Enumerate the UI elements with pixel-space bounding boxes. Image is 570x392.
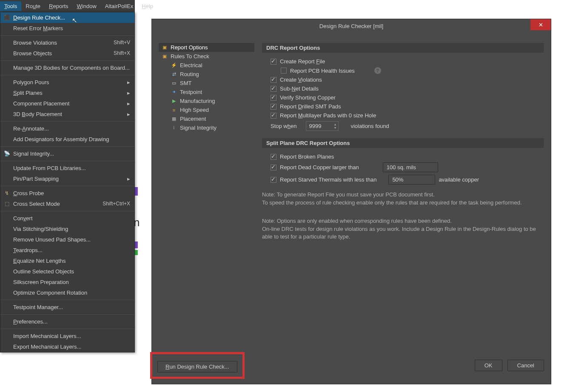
menu-item[interactable]: Add Designators for Assembly Drawing xyxy=(0,134,134,145)
menu-item[interactable]: ⬛Design Rule Check... xyxy=(0,12,134,23)
tree-rules-to-check[interactable]: ▣ Rules To Check xyxy=(159,52,254,61)
tree-item-placement[interactable]: ▦Placement xyxy=(168,114,254,123)
opt-report-starved[interactable]: Report Starved Thermals with less than a… xyxy=(262,173,544,186)
menu-item[interactable]: 📡Signal Integrity... xyxy=(0,148,134,159)
tree-item-testpoint[interactable]: ✦Testpoint xyxy=(168,88,254,97)
menu-item[interactable]: Export Mechanical Layers... xyxy=(0,341,134,352)
menu-item[interactable]: Reset Error Markers xyxy=(0,23,134,34)
menu-item[interactable]: Import Mechanical Layers... xyxy=(0,331,134,341)
menu-item[interactable]: Browse ObjectsShift+X xyxy=(0,48,134,59)
opt-create-violations[interactable]: Create Violations xyxy=(262,75,544,84)
tree-icon: ⇄ xyxy=(171,71,177,77)
run-label-text: un Design Rule Check... xyxy=(169,364,229,370)
menu-item-label: Preferences... xyxy=(13,318,48,325)
menu-item-label: Silkscreen Preparation xyxy=(13,278,69,286)
menu-item[interactable]: Via Stitching/Shielding xyxy=(0,224,134,234)
tree-label: Testpoint xyxy=(180,89,202,95)
menu-item[interactable]: Component Placement▸ xyxy=(0,98,134,109)
menu-item-label: Outline Selected Objects xyxy=(13,268,74,275)
menu-item[interactable]: Browse ViolationsShift+V xyxy=(0,37,134,48)
close-icon: ✕ xyxy=(539,22,543,28)
spinner-buttons[interactable]: ▲▼ xyxy=(332,123,338,130)
menu-item-label: Component Placement xyxy=(13,100,69,107)
chevron-right-icon: ▸ xyxy=(127,79,130,86)
opt-report-pcb-health[interactable]: Report PCB Health Issues ? xyxy=(262,66,544,75)
menu-item[interactable]: Split Planes▸ xyxy=(0,88,134,98)
opt-sub-net[interactable]: Sub-Net Details xyxy=(262,84,544,93)
checkbox[interactable] xyxy=(271,177,276,183)
tree-item-routing[interactable]: ⇄Routing xyxy=(168,70,254,79)
menu-item-label: Manage 3D Bodies for Components on Board… xyxy=(13,64,130,71)
menu-item[interactable]: Update From PCB Libraries... xyxy=(0,163,134,173)
opt-report-dead[interactable]: Report Dead Copper larger than xyxy=(262,161,544,173)
tree-report-options[interactable]: ▣ Report Options xyxy=(159,43,254,52)
tree-item-electrical[interactable]: ⚡Electrical xyxy=(168,61,254,70)
menu-window[interactable]: Window xyxy=(73,1,101,11)
menu-item-icon: 📡 xyxy=(3,150,11,157)
help-icon[interactable]: ? xyxy=(374,67,381,74)
menu-item-label: Cross Probe xyxy=(13,190,44,197)
menu-route[interactable]: Route xyxy=(21,1,45,11)
menu-item[interactable]: Equalize Net Lengths xyxy=(0,256,134,266)
menu-item[interactable]: 3D Body Placement▸ xyxy=(0,109,134,119)
menu-item[interactable]: Silkscreen Preparation xyxy=(0,277,134,287)
menu-item[interactable]: Testpoint Manager... xyxy=(0,302,134,312)
opt-label: Report Starved Thermals with less than xyxy=(280,176,376,183)
tree-item-smt[interactable]: ▭SMT xyxy=(168,79,254,88)
tree-item-signal-integrity[interactable]: ⁞Signal Integrity xyxy=(168,123,254,132)
menu-separator xyxy=(0,75,134,75)
ok-button[interactable]: OK xyxy=(475,360,502,371)
menu-item[interactable]: Teardrops... xyxy=(0,245,134,256)
starved-input[interactable] xyxy=(388,175,435,185)
menu-item[interactable]: Manage 3D Bodies for Components on Board… xyxy=(0,62,134,73)
opt-report-multilayer[interactable]: Report Multilayer Pads with 0 size Hole xyxy=(262,111,544,120)
checkbox[interactable] xyxy=(271,95,276,101)
opt-label: Report Broken Planes xyxy=(280,153,334,160)
tree-icon: ▭ xyxy=(171,80,177,86)
opt-report-broken[interactable]: Report Broken Planes xyxy=(262,152,544,161)
menu-item[interactable]: ↯Cross Probe xyxy=(0,188,134,199)
tree-icon: ✦ xyxy=(171,89,177,95)
menu-item[interactable]: Optimize Component Rotation xyxy=(0,287,134,298)
menu-item[interactable]: ⬚Cross Select ModeShift+Ctrl+X xyxy=(0,199,134,209)
tree-item-manufacturing[interactable]: ▶Manufacturing xyxy=(168,97,254,105)
menu-item[interactable]: Re-Annotate... xyxy=(0,123,134,134)
folder-icon: ▣ xyxy=(161,54,168,59)
checkbox[interactable] xyxy=(271,86,276,92)
menu-item-icon: ⬚ xyxy=(3,200,11,207)
chevron-down-icon[interactable]: ▼ xyxy=(332,126,338,130)
menu-separator xyxy=(0,186,134,186)
dead-copper-input[interactable] xyxy=(383,162,438,172)
run-drc-button[interactable]: Run Design Rule Check... xyxy=(157,361,237,372)
options-tree: ▣ Report Options ▣ Rules To Check ⚡Elect… xyxy=(159,43,254,358)
checkbox[interactable] xyxy=(271,113,276,119)
tree-item-high-speed[interactable]: ≡High Speed xyxy=(168,105,254,114)
checkbox[interactable] xyxy=(281,68,287,74)
menu-item[interactable]: Polygon Pours▸ xyxy=(0,77,134,88)
checkbox[interactable] xyxy=(271,59,276,65)
opt-report-drilled[interactable]: Report Drilled SMT Pads xyxy=(262,102,544,111)
menu-reports[interactable]: Reports xyxy=(45,1,73,11)
menu-item[interactable]: Preferences... xyxy=(0,316,134,327)
menu-item[interactable]: Pin/Part Swapping▸ xyxy=(0,173,134,184)
close-button[interactable]: ✕ xyxy=(530,19,551,30)
menu-item-label: Teardrops... xyxy=(13,247,43,254)
checkbox[interactable] xyxy=(271,77,276,83)
checkbox[interactable] xyxy=(271,154,276,160)
menu-item[interactable]: Remove Unused Pad Shapes... xyxy=(0,234,134,245)
violations-spinner[interactable]: ▲▼ xyxy=(306,121,339,131)
checkbox[interactable] xyxy=(271,104,276,110)
checkbox[interactable] xyxy=(271,165,276,170)
chevron-up-icon[interactable]: ▲ xyxy=(332,123,338,126)
menu-tools[interactable]: Tools xyxy=(0,1,21,11)
menu-item[interactable]: Outline Selected Objects xyxy=(0,266,134,277)
opt-create-report-file[interactable]: Create Report File xyxy=(262,57,544,66)
menu-item[interactable]: Convert xyxy=(0,213,134,224)
cancel-button[interactable]: Cancel xyxy=(507,360,544,371)
violations-input[interactable] xyxy=(306,122,332,131)
menu-item-label: 3D Body Placement xyxy=(13,111,62,118)
menu-help[interactable]: Help xyxy=(137,1,157,11)
menu-altairpollex[interactable]: AltairPollEx xyxy=(101,1,137,11)
opt-verify-shorting[interactable]: Verify Shorting Copper xyxy=(262,93,544,102)
chevron-right-icon: ▸ xyxy=(127,100,130,107)
